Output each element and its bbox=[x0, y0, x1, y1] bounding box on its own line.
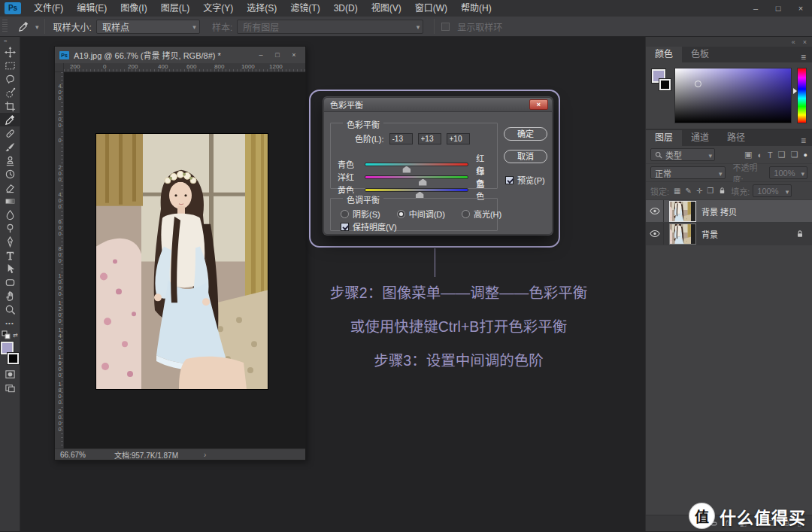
zoom-level[interactable]: 66.67% bbox=[55, 451, 93, 459]
pen-tool[interactable] bbox=[0, 235, 20, 248]
ok-button[interactable]: 确定 bbox=[504, 127, 547, 141]
magenta-green-level-input[interactable] bbox=[418, 133, 441, 144]
quick-mask-button[interactable] bbox=[0, 367, 20, 381]
menu-edit[interactable]: 编辑(E) bbox=[70, 0, 114, 17]
close-button[interactable]: × bbox=[789, 0, 812, 17]
preview-checkbox[interactable] bbox=[505, 176, 514, 184]
background-color-swatch[interactable] bbox=[659, 79, 671, 90]
preset-chevron-icon[interactable] bbox=[29, 21, 39, 32]
eraser-tool[interactable] bbox=[0, 181, 20, 194]
layer-visibility-toggle[interactable] bbox=[646, 200, 664, 222]
smart-object-filter-icon[interactable]: ❏ bbox=[791, 150, 798, 160]
menu-type[interactable]: 文字(Y) bbox=[196, 0, 240, 17]
panel-menu-icon[interactable] bbox=[801, 52, 812, 62]
layer-visibility-toggle[interactable] bbox=[646, 223, 664, 245]
gradient-tool[interactable] bbox=[0, 194, 20, 208]
preserve-luminosity-checkbox[interactable] bbox=[341, 223, 349, 231]
tab-paths[interactable]: 路径 bbox=[718, 130, 754, 146]
blur-tool[interactable] bbox=[0, 208, 20, 221]
lock-transparency-icon[interactable]: ▦ bbox=[674, 187, 680, 195]
saturation-brightness-field[interactable] bbox=[674, 68, 792, 123]
hue-slider[interactable] bbox=[797, 68, 807, 123]
menu-select[interactable]: 选择(S) bbox=[240, 0, 283, 17]
type-layer-filter-icon[interactable]: T bbox=[768, 150, 773, 160]
yellow-blue-level-input[interactable] bbox=[447, 133, 470, 144]
color-picker-marker[interactable] bbox=[695, 81, 701, 87]
layer-thumbnail[interactable] bbox=[670, 202, 695, 221]
type-tool[interactable] bbox=[0, 248, 20, 262]
zoom-tool[interactable] bbox=[0, 302, 20, 316]
rectangular-marquee-tool[interactable] bbox=[0, 59, 20, 72]
screen-mode-button[interactable] bbox=[0, 381, 20, 394]
menu-file[interactable]: 文件(F) bbox=[27, 0, 70, 17]
document-canvas[interactable] bbox=[64, 72, 305, 448]
yellow-blue-slider[interactable] bbox=[365, 188, 468, 192]
collapse-panels-icon[interactable]: « bbox=[792, 38, 795, 46]
crop-tool[interactable] bbox=[0, 99, 20, 113]
panel-close-icon[interactable]: × bbox=[803, 38, 807, 46]
dodge-tool[interactable] bbox=[0, 221, 20, 235]
shape-tool[interactable] bbox=[0, 275, 20, 289]
tab-layers[interactable]: 图层 bbox=[646, 130, 682, 146]
filter-toggle-icon[interactable]: ● bbox=[804, 151, 807, 159]
edit-toolbar-ellipsis-icon[interactable]: ••• bbox=[0, 316, 20, 330]
layer-thumbnail[interactable] bbox=[670, 224, 695, 244]
lock-position-icon[interactable]: ✛ bbox=[696, 187, 702, 195]
brush-tool[interactable] bbox=[0, 140, 20, 154]
spot-healing-brush-tool[interactable] bbox=[0, 126, 20, 140]
menu-image[interactable]: 图像(I) bbox=[114, 0, 153, 17]
history-brush-tool[interactable] bbox=[0, 167, 20, 181]
clone-stamp-tool[interactable] bbox=[0, 154, 20, 167]
menu-filter[interactable]: 滤镜(T) bbox=[283, 0, 326, 17]
hue-pointer-icon[interactable] bbox=[793, 88, 797, 94]
eyedropper-tool[interactable] bbox=[0, 113, 20, 126]
maximize-button[interactable]: □ bbox=[767, 0, 789, 17]
lock-all-icon[interactable] bbox=[718, 187, 726, 195]
filter-type-dropdown[interactable]: 类型 bbox=[650, 148, 715, 161]
doc-maximize-button[interactable]: □ bbox=[269, 47, 286, 62]
eyedropper-preset-icon[interactable] bbox=[18, 21, 29, 32]
midtones-radio[interactable]: 中间调(D) bbox=[397, 208, 445, 220]
quick-selection-tool[interactable] bbox=[0, 86, 20, 99]
cancel-button[interactable]: 取消 bbox=[504, 150, 547, 163]
tab-color[interactable]: 颜色 bbox=[646, 47, 682, 62]
tab-swatches[interactable]: 色板 bbox=[682, 47, 718, 62]
panel-menu-icon[interactable] bbox=[801, 135, 812, 146]
options-grip-handle[interactable] bbox=[2, 20, 8, 33]
swap-colors-icon[interactable]: ⇄ bbox=[13, 332, 18, 339]
shape-layer-filter-icon[interactable]: ❑ bbox=[778, 150, 786, 160]
minimize-button[interactable]: – bbox=[744, 0, 767, 17]
lasso-tool[interactable] bbox=[0, 72, 20, 86]
highlights-radio[interactable]: 高光(H) bbox=[462, 208, 501, 220]
lock-pixels-icon[interactable]: ✎ bbox=[686, 187, 692, 195]
doc-minimize-button[interactable]: – bbox=[253, 47, 269, 62]
layer-name[interactable]: 背景 拷贝 bbox=[701, 205, 737, 217]
lock-artboard-icon[interactable]: ❐ bbox=[707, 187, 714, 195]
doc-close-button[interactable]: × bbox=[286, 47, 302, 62]
adjustment-layer-filter-icon[interactable]: ◐ bbox=[757, 150, 762, 160]
menu-3d[interactable]: 3D(D) bbox=[327, 0, 365, 17]
document-title-bar[interactable]: Ps A19.jpg @ 66.7% (背景 拷贝, RGB/8#) * – □… bbox=[55, 47, 305, 63]
menu-layer[interactable]: 图层(L) bbox=[154, 0, 197, 17]
layer-row-background-copy[interactable]: 背景 拷贝 bbox=[646, 200, 812, 223]
sample-size-dropdown[interactable]: 取样点 bbox=[96, 20, 200, 34]
shadows-radio[interactable]: 阴影(S) bbox=[341, 208, 380, 220]
cyan-red-level-input[interactable] bbox=[389, 133, 413, 144]
blend-mode-dropdown[interactable]: 正常 bbox=[650, 166, 726, 179]
hand-tool[interactable] bbox=[0, 289, 20, 302]
move-tool[interactable] bbox=[0, 45, 20, 59]
dialog-close-button[interactable]: × bbox=[529, 99, 548, 110]
toolbar-collapse-icon[interactable]: » bbox=[0, 37, 8, 45]
tab-channels[interactable]: 通道 bbox=[682, 130, 718, 146]
default-colors-icon[interactable]: ⇄ bbox=[2, 330, 18, 340]
menu-window[interactable]: 窗口(W) bbox=[408, 0, 454, 17]
dialog-title-bar[interactable]: 色彩平衡 × bbox=[324, 98, 552, 112]
path-selection-tool[interactable] bbox=[0, 262, 20, 275]
layer-name[interactable]: 背景 bbox=[701, 228, 718, 240]
menu-view[interactable]: 视图(V) bbox=[365, 0, 408, 17]
menu-help[interactable]: 帮助(H) bbox=[454, 0, 498, 17]
pixel-layer-filter-icon[interactable]: ▣ bbox=[744, 150, 752, 160]
status-arrow-icon[interactable]: › bbox=[178, 451, 206, 459]
background-color-swatch[interactable] bbox=[8, 353, 19, 364]
layer-row-background[interactable]: 背景 bbox=[646, 223, 812, 245]
